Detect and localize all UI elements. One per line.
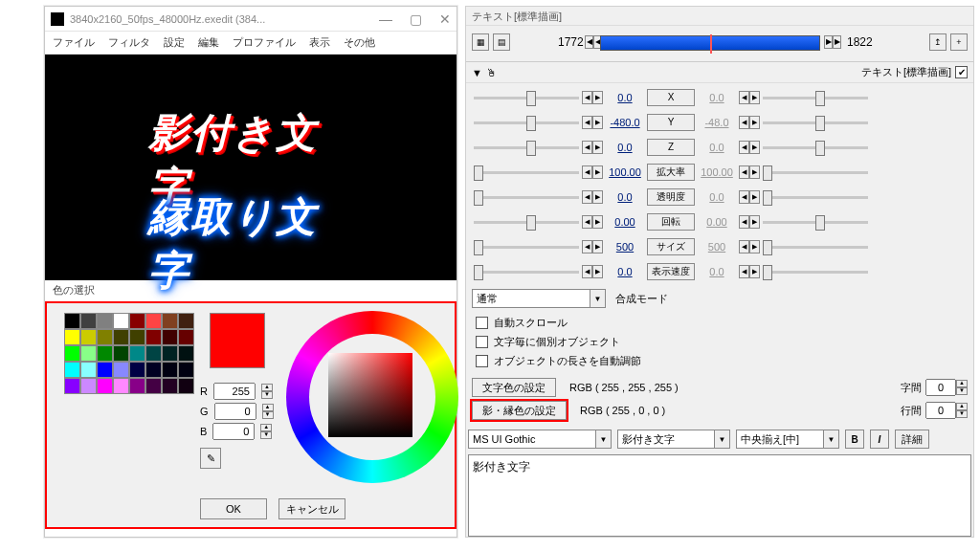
line-space-up[interactable]: ▲ — [956, 403, 968, 410]
palette-swatch[interactable] — [178, 345, 194, 362]
value-right[interactable]: 500 — [696, 241, 738, 253]
palette-swatch[interactable] — [129, 362, 145, 378]
bold-button[interactable]: B — [845, 430, 864, 449]
checkbox[interactable] — [476, 317, 488, 329]
value-left[interactable]: 500 — [604, 241, 646, 253]
details-button[interactable]: 詳細 — [895, 430, 929, 449]
checkbox[interactable] — [476, 355, 488, 367]
menu-view[interactable]: 表示 — [309, 35, 330, 50]
tool-add[interactable]: + — [950, 33, 968, 51]
r-down[interactable]: ▼ — [261, 391, 273, 399]
checkbox[interactable] — [476, 336, 488, 348]
slider-right[interactable] — [763, 146, 868, 149]
checkbox-row[interactable]: 文字毎に個別オブジェクト — [472, 332, 968, 351]
spin-left[interactable]: ◀▶ — [582, 116, 603, 129]
value-right[interactable]: 100.00 — [696, 166, 738, 178]
palette-swatch[interactable] — [145, 345, 162, 362]
palette-swatch[interactable] — [162, 345, 178, 362]
spin-right[interactable]: ◀▶ — [739, 141, 760, 154]
g-up[interactable]: ▲ — [262, 404, 274, 411]
spin-right[interactable]: ◀▶ — [739, 165, 760, 179]
palette-swatch[interactable] — [178, 313, 194, 329]
tool-icon-2[interactable]: ▤ — [493, 33, 510, 51]
menu-file[interactable]: ファイル — [53, 35, 95, 50]
playhead[interactable] — [710, 34, 712, 54]
palette-swatch[interactable] — [178, 329, 194, 345]
palette-swatch[interactable] — [97, 362, 113, 378]
palette-swatch[interactable] — [129, 329, 145, 345]
spin-right[interactable]: ◀▶ — [739, 240, 760, 253]
palette-swatch[interactable] — [129, 313, 145, 329]
slider-right[interactable] — [763, 246, 868, 249]
palette-swatch[interactable] — [97, 313, 113, 329]
palette-swatch[interactable] — [64, 362, 80, 378]
palette-swatch[interactable] — [129, 378, 145, 394]
menu-filter[interactable]: フィルタ — [108, 35, 150, 50]
spin-right[interactable]: ◀▶ — [739, 190, 760, 204]
menu-settings[interactable]: 設定 — [164, 35, 185, 50]
sv-square[interactable] — [328, 353, 412, 437]
minimize-button[interactable]: — — [379, 11, 392, 27]
timeline-bar[interactable] — [600, 35, 820, 51]
close-button[interactable]: ✕ — [439, 11, 451, 27]
palette-swatch[interactable] — [178, 362, 194, 378]
palette-swatch[interactable] — [145, 329, 162, 345]
menu-other[interactable]: その他 — [344, 35, 375, 50]
tool-arrow-up[interactable]: ↥ — [929, 33, 947, 51]
font-combo[interactable]: MS UI Gothic▼ — [468, 430, 612, 449]
palette-swatch[interactable] — [129, 345, 145, 362]
menu-profile[interactable]: プロファイル — [233, 35, 296, 50]
spin-left[interactable]: ◀▶ — [582, 91, 603, 104]
palette-swatch[interactable] — [162, 362, 178, 378]
section-header[interactable]: ▼ 🖱 テキスト[標準描画] ✔ — [466, 62, 973, 83]
value-left[interactable]: 0.00 — [604, 216, 646, 228]
tool-icon-1[interactable]: ▦ — [472, 33, 489, 51]
param-button[interactable]: Y — [647, 114, 695, 131]
b-down[interactable]: ▼ — [260, 431, 272, 439]
line-space-input[interactable] — [925, 402, 956, 419]
current-swatch[interactable] — [210, 313, 265, 368]
style-combo[interactable]: 影付き文字▼ — [617, 430, 730, 449]
param-button[interactable]: 表示速度 — [647, 263, 695, 280]
spin-left[interactable]: ◀▶ — [582, 240, 603, 253]
value-right[interactable]: 0.0 — [696, 266, 738, 277]
value-left[interactable]: 0.0 — [604, 191, 646, 203]
palette-swatch[interactable] — [145, 378, 162, 394]
palette-swatch[interactable] — [80, 329, 97, 345]
cancel-button[interactable]: キャンセル — [278, 498, 345, 519]
blend-mode-combo[interactable]: 通常 ▼ — [472, 289, 606, 308]
slider-left[interactable] — [474, 171, 579, 174]
palette-swatch[interactable] — [162, 329, 178, 345]
slider-left[interactable] — [474, 246, 579, 249]
slider-left[interactable] — [474, 221, 579, 224]
value-right[interactable]: 0.0 — [696, 92, 738, 103]
color-wheel[interactable] — [286, 311, 458, 483]
text-color-button[interactable]: 文字色の設定 — [472, 378, 556, 397]
r-up[interactable]: ▲ — [261, 384, 273, 391]
slider-right[interactable] — [763, 221, 868, 224]
slider-right[interactable] — [763, 196, 868, 199]
palette-swatch[interactable] — [80, 313, 97, 329]
ok-button[interactable]: OK — [200, 498, 267, 519]
param-button[interactable]: 拡大率 — [647, 164, 695, 181]
slider-right[interactable] — [763, 121, 868, 124]
input-b[interactable] — [212, 423, 255, 440]
slider-left[interactable] — [474, 97, 579, 99]
palette-swatch[interactable] — [80, 345, 97, 362]
slider-left[interactable] — [474, 146, 579, 149]
input-r[interactable] — [213, 383, 256, 400]
spin-right[interactable]: ◀▶ — [739, 265, 760, 278]
section-checkbox[interactable]: ✔ — [955, 66, 968, 78]
value-right[interactable]: -48.0 — [696, 117, 738, 128]
palette-swatch[interactable] — [162, 313, 178, 329]
palette-swatch[interactable] — [64, 329, 80, 345]
value-left[interactable]: 0.0 — [604, 142, 646, 153]
checkbox-row[interactable]: 自動スクロール — [472, 313, 968, 332]
b-up[interactable]: ▲ — [260, 424, 272, 431]
line-space-down[interactable]: ▼ — [956, 410, 968, 418]
value-right[interactable]: 0.0 — [696, 191, 738, 203]
maximize-button[interactable]: ▢ — [410, 11, 422, 27]
text-content-textarea[interactable]: 影付き文字 — [468, 454, 971, 537]
value-left[interactable]: 0.0 — [604, 92, 646, 103]
slider-left[interactable] — [474, 271, 579, 274]
